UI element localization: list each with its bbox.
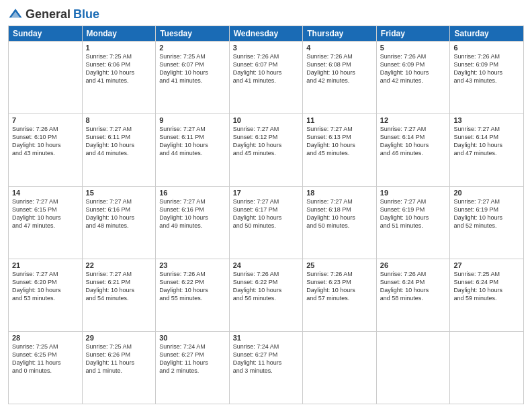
day-info: Sunrise: 7:27 AMSunset: 6:13 PMDaylight:… — [306, 125, 373, 158]
day-info: Sunrise: 7:25 AMSunset: 6:25 PMDaylight:… — [12, 342, 79, 375]
day-info: Sunrise: 7:25 AMSunset: 6:26 PMDaylight:… — [86, 342, 152, 375]
day-info: Sunrise: 7:25 AMSunset: 6:07 PMDaylight:… — [159, 52, 226, 85]
day-info: Sunrise: 7:26 AMSunset: 6:24 PMDaylight:… — [380, 270, 447, 303]
day-info: Sunrise: 7:25 AMSunset: 6:06 PMDaylight:… — [86, 52, 152, 85]
calendar-cell: 6Sunrise: 7:26 AMSunset: 6:09 PMDaylight… — [450, 42, 524, 114]
calendar-cell: 8Sunrise: 7:27 AMSunset: 6:11 PMDaylight… — [82, 114, 156, 187]
day-number: 18 — [306, 189, 373, 197]
day-info: Sunrise: 7:26 AMSunset: 6:22 PMDaylight:… — [233, 270, 300, 303]
calendar-cell — [376, 332, 450, 404]
day-number: 21 — [12, 261, 79, 269]
calendar-cell: 9Sunrise: 7:27 AMSunset: 6:11 PMDaylight… — [156, 114, 230, 187]
day-info: Sunrise: 7:26 AMSunset: 6:10 PMDaylight:… — [12, 125, 79, 158]
calendar: SundayMondayTuesdayWednesdayThursdayFrid… — [8, 26, 524, 404]
day-number: 31 — [233, 334, 300, 342]
day-info: Sunrise: 7:27 AMSunset: 6:12 PMDaylight:… — [233, 125, 300, 158]
calendar-cell: 30Sunrise: 7:24 AMSunset: 6:27 PMDayligh… — [156, 332, 230, 404]
day-info: Sunrise: 7:25 AMSunset: 6:24 PMDaylight:… — [453, 270, 520, 303]
calendar-cell: 19Sunrise: 7:27 AMSunset: 6:19 PMDayligh… — [376, 187, 450, 259]
weekday-header-wednesday: Wednesday — [229, 26, 303, 42]
day-info: Sunrise: 7:27 AMSunset: 6:16 PMDaylight:… — [86, 197, 152, 230]
day-info: Sunrise: 7:27 AMSunset: 6:16 PMDaylight:… — [159, 197, 226, 230]
day-info: Sunrise: 7:27 AMSunset: 6:21 PMDaylight:… — [86, 270, 152, 303]
day-info: Sunrise: 7:27 AMSunset: 6:11 PMDaylight:… — [159, 125, 226, 158]
calendar-cell — [9, 42, 83, 114]
day-number: 14 — [12, 189, 79, 197]
logo-area: GeneralBlue — [8, 7, 99, 21]
day-info: Sunrise: 7:24 AMSunset: 6:27 PMDaylight:… — [159, 342, 226, 375]
calendar-cell: 2Sunrise: 7:25 AMSunset: 6:07 PMDaylight… — [156, 42, 230, 114]
day-number: 22 — [86, 261, 152, 269]
day-number: 3 — [233, 44, 300, 52]
calendar-cell: 27Sunrise: 7:25 AMSunset: 6:24 PMDayligh… — [450, 259, 524, 332]
calendar-cell: 10Sunrise: 7:27 AMSunset: 6:12 PMDayligh… — [229, 114, 303, 187]
day-info: Sunrise: 7:26 AMSunset: 6:22 PMDaylight:… — [159, 270, 226, 303]
weekday-header-monday: Monday — [82, 26, 156, 42]
day-number: 1 — [86, 44, 152, 52]
day-info: Sunrise: 7:27 AMSunset: 6:14 PMDaylight:… — [380, 125, 447, 158]
day-number: 19 — [380, 189, 447, 197]
day-number: 20 — [453, 189, 520, 197]
day-number: 13 — [453, 116, 520, 124]
calendar-cell: 23Sunrise: 7:26 AMSunset: 6:22 PMDayligh… — [156, 259, 230, 332]
day-number: 29 — [86, 334, 152, 342]
day-info: Sunrise: 7:27 AMSunset: 6:19 PMDaylight:… — [380, 197, 447, 230]
calendar-cell: 25Sunrise: 7:26 AMSunset: 6:23 PMDayligh… — [303, 259, 377, 332]
day-number: 28 — [12, 334, 79, 342]
logo: GeneralBlue — [8, 7, 99, 21]
calendar-cell: 12Sunrise: 7:27 AMSunset: 6:14 PMDayligh… — [376, 114, 450, 187]
weekday-header-tuesday: Tuesday — [156, 26, 230, 42]
day-info: Sunrise: 7:27 AMSunset: 6:17 PMDaylight:… — [233, 197, 300, 230]
calendar-cell: 13Sunrise: 7:27 AMSunset: 6:14 PMDayligh… — [450, 114, 524, 187]
calendar-cell: 7Sunrise: 7:26 AMSunset: 6:10 PMDaylight… — [9, 114, 83, 187]
calendar-cell: 5Sunrise: 7:26 AMSunset: 6:09 PMDaylight… — [376, 42, 450, 114]
day-number: 2 — [159, 44, 226, 52]
calendar-cell: 17Sunrise: 7:27 AMSunset: 6:17 PMDayligh… — [229, 187, 303, 259]
day-info: Sunrise: 7:27 AMSunset: 6:19 PMDaylight:… — [453, 197, 520, 230]
day-number: 8 — [86, 116, 152, 124]
day-info: Sunrise: 7:24 AMSunset: 6:27 PMDaylight:… — [233, 342, 300, 375]
weekday-header-sunday: Sunday — [9, 26, 83, 42]
logo-icon — [8, 7, 23, 21]
header: GeneralBlue — [8, 7, 524, 21]
calendar-cell: 28Sunrise: 7:25 AMSunset: 6:25 PMDayligh… — [9, 332, 83, 404]
calendar-cell: 26Sunrise: 7:26 AMSunset: 6:24 PMDayligh… — [376, 259, 450, 332]
weekday-header-friday: Friday — [376, 26, 450, 42]
calendar-cell — [303, 332, 377, 404]
day-number: 23 — [159, 261, 226, 269]
day-info: Sunrise: 7:26 AMSunset: 6:09 PMDaylight:… — [380, 52, 447, 85]
calendar-cell: 16Sunrise: 7:27 AMSunset: 6:16 PMDayligh… — [156, 187, 230, 259]
day-number: 10 — [233, 116, 300, 124]
day-number: 5 — [380, 44, 447, 52]
day-info: Sunrise: 7:27 AMSunset: 6:14 PMDaylight:… — [453, 125, 520, 158]
calendar-cell: 20Sunrise: 7:27 AMSunset: 6:19 PMDayligh… — [450, 187, 524, 259]
calendar-cell: 24Sunrise: 7:26 AMSunset: 6:22 PMDayligh… — [229, 259, 303, 332]
calendar-cell: 14Sunrise: 7:27 AMSunset: 6:15 PMDayligh… — [9, 187, 83, 259]
day-number: 9 — [159, 116, 226, 124]
day-number: 30 — [159, 334, 226, 342]
day-number: 16 — [159, 189, 226, 197]
calendar-cell: 4Sunrise: 7:26 AMSunset: 6:08 PMDaylight… — [303, 42, 377, 114]
day-info: Sunrise: 7:27 AMSunset: 6:15 PMDaylight:… — [12, 197, 79, 230]
calendar-cell: 31Sunrise: 7:24 AMSunset: 6:27 PMDayligh… — [229, 332, 303, 404]
day-number: 25 — [306, 261, 373, 269]
calendar-cell: 22Sunrise: 7:27 AMSunset: 6:21 PMDayligh… — [82, 259, 156, 332]
day-number: 12 — [380, 116, 447, 124]
calendar-cell: 29Sunrise: 7:25 AMSunset: 6:26 PMDayligh… — [82, 332, 156, 404]
day-number: 6 — [453, 44, 520, 52]
calendar-cell: 18Sunrise: 7:27 AMSunset: 6:18 PMDayligh… — [303, 187, 377, 259]
day-info: Sunrise: 7:26 AMSunset: 6:08 PMDaylight:… — [306, 52, 373, 85]
weekday-header-thursday: Thursday — [303, 26, 377, 42]
calendar-cell: 21Sunrise: 7:27 AMSunset: 6:20 PMDayligh… — [9, 259, 83, 332]
day-number: 24 — [233, 261, 300, 269]
calendar-cell: 3Sunrise: 7:26 AMSunset: 6:07 PMDaylight… — [229, 42, 303, 114]
calendar-cell — [450, 332, 524, 404]
day-info: Sunrise: 7:26 AMSunset: 6:09 PMDaylight:… — [453, 52, 520, 85]
calendar-cell: 15Sunrise: 7:27 AMSunset: 6:16 PMDayligh… — [82, 187, 156, 259]
day-info: Sunrise: 7:27 AMSunset: 6:20 PMDaylight:… — [12, 270, 79, 303]
logo-text-blue: Blue — [73, 7, 99, 21]
calendar-cell: 11Sunrise: 7:27 AMSunset: 6:13 PMDayligh… — [303, 114, 377, 187]
day-number: 27 — [453, 261, 520, 269]
day-number: 26 — [380, 261, 447, 269]
day-info: Sunrise: 7:27 AMSunset: 6:11 PMDaylight:… — [86, 125, 152, 158]
